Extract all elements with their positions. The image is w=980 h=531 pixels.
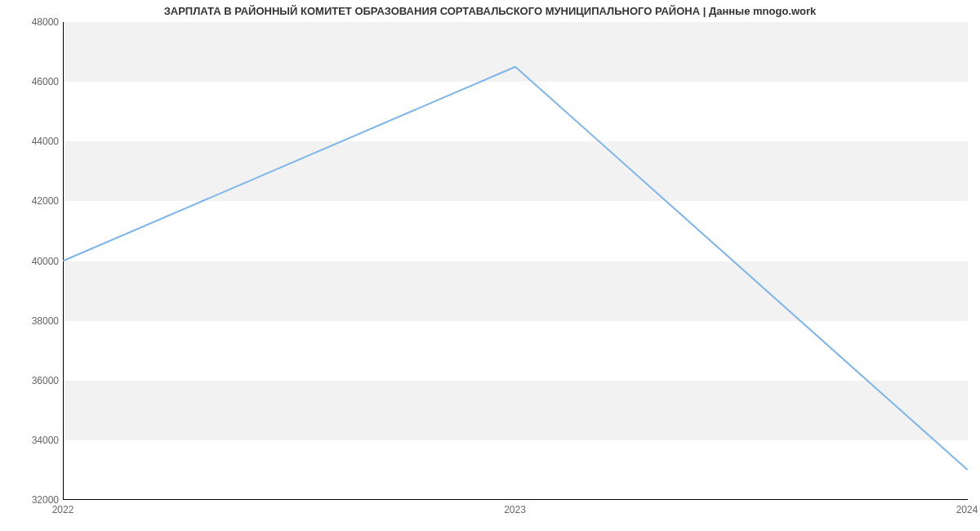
y-tick-label: 48000 bbox=[18, 16, 59, 28]
plot-area bbox=[63, 22, 968, 500]
series-line bbox=[64, 67, 967, 470]
y-tick-label: 38000 bbox=[18, 315, 59, 327]
y-tick-label: 34000 bbox=[18, 435, 59, 446]
chart-title: ЗАРПЛАТА В РАЙОННЫЙ КОМИТЕТ ОБРАЗОВАНИЯ … bbox=[0, 5, 980, 17]
y-tick-label: 42000 bbox=[18, 195, 59, 207]
y-tick-label: 40000 bbox=[18, 256, 59, 267]
x-tick-label: 2023 bbox=[504, 504, 526, 515]
chart-container: ЗАРПЛАТА В РАЙОННЫЙ КОМИТЕТ ОБРАЗОВАНИЯ … bbox=[0, 0, 980, 531]
y-tick-label: 46000 bbox=[18, 76, 59, 87]
y-tick-label: 44000 bbox=[18, 136, 59, 147]
y-tick-label: 36000 bbox=[18, 375, 59, 386]
line-layer bbox=[64, 22, 968, 499]
x-tick-label: 2024 bbox=[956, 504, 978, 515]
x-tick-label: 2022 bbox=[52, 504, 74, 515]
